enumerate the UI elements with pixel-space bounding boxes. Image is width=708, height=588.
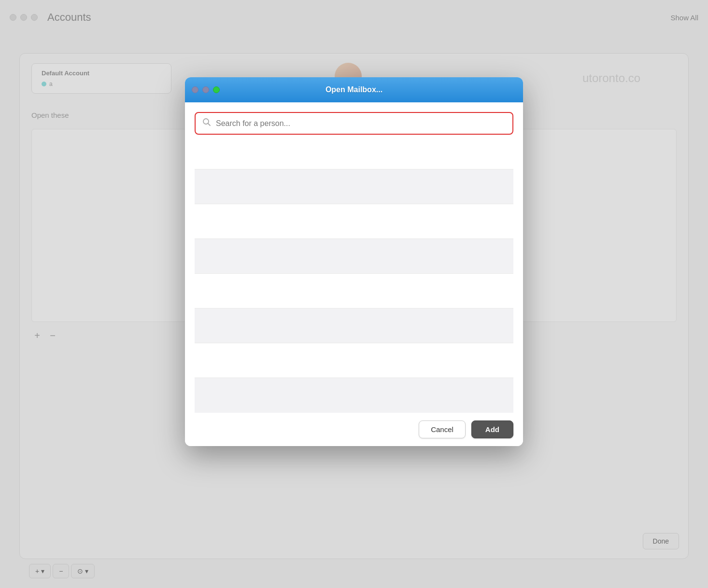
dialog-minimize-button[interactable] <box>202 86 209 93</box>
list-item <box>195 274 513 308</box>
search-input[interactable] <box>216 119 506 128</box>
list-item <box>195 204 513 239</box>
list-item <box>195 135 513 169</box>
search-container[interactable] <box>195 112 513 135</box>
results-list <box>195 135 513 413</box>
list-item <box>195 378 513 413</box>
open-mailbox-dialog: Open Mailbox... Cancel Add <box>185 77 523 446</box>
dialog-body <box>185 102 523 413</box>
list-item <box>195 169 513 204</box>
dialog-titlebar: Open Mailbox... <box>185 77 523 102</box>
search-icon <box>202 118 211 129</box>
dialog-footer: Cancel Add <box>185 413 523 446</box>
dialog-maximize-button[interactable] <box>213 86 220 93</box>
dialog-title: Open Mailbox... <box>326 85 382 94</box>
cancel-button[interactable]: Cancel <box>419 420 466 438</box>
add-button[interactable]: Add <box>471 420 513 438</box>
list-item <box>195 343 513 378</box>
dialog-close-button[interactable] <box>192 86 198 93</box>
svg-line-1 <box>208 124 211 126</box>
dialog-traffic-lights <box>192 86 220 93</box>
list-item <box>195 308 513 343</box>
list-item <box>195 239 513 274</box>
